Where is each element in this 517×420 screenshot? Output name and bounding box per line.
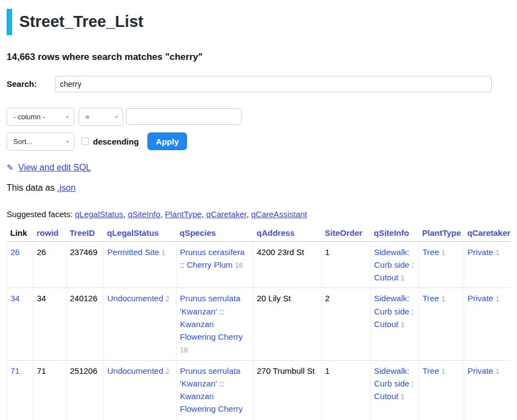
page-header: Street_Tree_List xyxy=(7,9,510,35)
row-link[interactable]: 26 xyxy=(10,247,20,257)
facet-link-PlantType[interactable]: PlantType xyxy=(165,209,202,219)
cell-qLegalStatus: Undocumented 2 xyxy=(104,360,177,420)
column-sort-link-PlantType[interactable]: PlantType xyxy=(422,228,461,237)
facet-value-link[interactable]: Prunus serrulata 'Kwanzan' :: Kwanzan Fl… xyxy=(180,294,243,341)
facet-value-link[interactable]: Tree xyxy=(422,294,439,303)
operator-select[interactable]: = ▾ xyxy=(79,108,123,126)
cell-qLegalStatus: Permitted Site 1 xyxy=(104,241,177,288)
column-header-qLegalStatus: qLegalStatus xyxy=(104,226,177,242)
facet-value-link[interactable]: Permitted Site xyxy=(107,247,159,257)
cell-qSpecies: Prunus serrulata 'Kwanzan' :: Kwanzan Fl… xyxy=(177,288,254,360)
facet-link-qLegalStatus[interactable]: qLegalStatus xyxy=(75,209,123,219)
cell-qSiteInfo: Sidewalk: Curb side : Cutout 1 xyxy=(371,288,419,360)
cell-link: 71 xyxy=(7,360,34,420)
sort-row: Sort... ▾ descending Apply xyxy=(7,132,510,151)
facet-count: 1 xyxy=(400,320,404,329)
cell-qAddress: 4200 23rd St xyxy=(254,241,322,288)
facet-value-link[interactable]: Sidewalk: Curb side : Cutout xyxy=(374,366,414,401)
column-sort-link-SiteOrder[interactable]: SiteOrder xyxy=(325,228,362,237)
cell-qSpecies: Prunus serrulata 'Kwanzan' :: Kwanzan Fl… xyxy=(177,360,254,420)
cell-SiteOrder: 2 xyxy=(322,288,371,360)
cell-treeid: 240126 xyxy=(67,288,104,360)
chevron-down-icon: ▾ xyxy=(66,114,69,120)
facet-value-link[interactable]: Sidewalk: Curb side : Cutout xyxy=(374,247,414,283)
facet-value-link[interactable]: Sidewalk: Curb side : Cutout xyxy=(374,294,414,329)
column-sort-link-qLegalStatus[interactable]: qLegalStatus xyxy=(107,228,159,237)
cell-qCaretaker: Private 1 xyxy=(464,241,511,288)
row-link[interactable]: 34 xyxy=(10,294,20,303)
cell-qAddress: 270 Trumbull St xyxy=(254,360,322,420)
json-link[interactable]: .json xyxy=(57,183,76,192)
search-input[interactable] xyxy=(55,76,492,92)
facet-count: 16 xyxy=(235,261,243,269)
cell-link: 26 xyxy=(7,241,34,288)
pencil-icon: ✎ xyxy=(7,163,14,172)
facet-count: 1 xyxy=(441,367,445,375)
cell-treeid: 251206 xyxy=(67,360,104,420)
row-link[interactable]: 71 xyxy=(10,366,20,375)
facet-links: qLegalStatus, qSiteInfo, PlantType, qCar… xyxy=(75,209,307,219)
facet-count: 1 xyxy=(496,248,499,257)
filter-value-input[interactable] xyxy=(126,108,241,125)
facet-count: 1 xyxy=(400,274,404,282)
facet-link-qSiteInfo[interactable]: qSiteInfo xyxy=(128,209,160,219)
apply-button[interactable]: Apply xyxy=(147,132,187,150)
data-as-row: This data as .json xyxy=(7,183,510,193)
facet-value-link[interactable]: Undocumented xyxy=(107,366,163,375)
search-form: Search: xyxy=(7,76,510,92)
column-sort-link-rowid[interactable]: rowid xyxy=(37,228,59,237)
facet-count: 18 xyxy=(180,418,188,420)
column-sort-link-qAddress[interactable]: qAddress xyxy=(257,228,295,237)
cell-qCaretaker: Private 1 xyxy=(464,360,511,420)
facet-value-link[interactable]: Prunus serrulata 'Kwanzan' :: Kwanzan Fl… xyxy=(180,366,243,414)
facet-value-link[interactable]: Tree xyxy=(422,247,439,257)
cell-PlantType: Tree 1 xyxy=(419,241,464,288)
cell-link: 34 xyxy=(7,288,34,360)
page-title: Street_Tree_List xyxy=(19,10,144,34)
facet-count: 1 xyxy=(496,367,499,375)
page: Street_Tree_List 14,663 rows where searc… xyxy=(0,9,517,420)
cell-SiteOrder: 1 xyxy=(322,360,371,420)
column-header-qCaretaker: qCaretaker xyxy=(464,226,511,242)
facet-value-link[interactable]: Tree xyxy=(422,366,439,375)
facet-count: 1 xyxy=(496,295,499,303)
sql-link-row: ✎ View and edit SQL xyxy=(7,163,510,173)
facet-link-qCaretaker[interactable]: qCaretaker xyxy=(206,209,246,219)
facet-link-qCareAssistant[interactable]: qCareAssistant xyxy=(251,209,307,219)
column-header-SiteOrder: SiteOrder xyxy=(322,226,371,242)
table-row: 2626237469Permitted Site 1Prunus cerasif… xyxy=(7,241,511,288)
row-count-summary: 14,663 rows where search matches "cherry… xyxy=(7,52,510,63)
view-edit-sql-link[interactable]: View and edit SQL xyxy=(18,163,91,172)
column-header-PlantType: PlantType xyxy=(419,226,464,242)
facet-value-link[interactable]: Private xyxy=(468,366,493,375)
column-sort-link-qSiteInfo[interactable]: qSiteInfo xyxy=(374,228,409,237)
column-select[interactable]: - column - ▾ xyxy=(7,108,74,126)
cell-qLegalStatus: Undocumented 2 xyxy=(104,288,177,360)
facet-count: 2 xyxy=(166,367,169,375)
column-header-qSiteInfo: qSiteInfo xyxy=(371,226,419,242)
column-header-rowid: rowid xyxy=(34,226,67,242)
cell-PlantType: Tree 1 xyxy=(419,360,464,420)
column-sort-link-treeid[interactable]: TreeID xyxy=(70,228,95,237)
column-sort-link-qCaretaker[interactable]: qCaretaker xyxy=(468,228,510,237)
column-sort-link-qSpecies[interactable]: qSpecies xyxy=(180,228,216,237)
facet-value-link[interactable]: Private xyxy=(468,247,493,257)
data-table: LinkrowidTreeIDqLegalStatusqSpeciesqAddr… xyxy=(7,226,510,420)
facet-value-link[interactable]: Private xyxy=(468,294,493,303)
descending-checkbox[interactable] xyxy=(81,137,89,145)
facet-count: 1 xyxy=(441,248,445,257)
facet-count: 1 xyxy=(441,295,445,303)
sort-select-value: Sort... xyxy=(13,137,32,146)
filter-row: - column - ▾ = ▾ xyxy=(7,108,510,126)
facet-count: 1 xyxy=(400,393,404,401)
facet-value-link[interactable]: Undocumented xyxy=(107,294,163,303)
table-row: 7171251206Undocumented 2Prunus serrulata… xyxy=(7,360,511,420)
cell-qSpecies: Prunus cerasifera :: Cherry Plum 16 xyxy=(177,241,254,288)
sort-select[interactable]: Sort... ▾ xyxy=(7,132,74,151)
column-header-qSpecies: qSpecies xyxy=(177,226,254,242)
cell-treeid: 237469 xyxy=(67,241,104,288)
table-body: 2626237469Permitted Site 1Prunus cerasif… xyxy=(7,241,511,420)
cell-rowid: 71 xyxy=(34,360,67,420)
column-header-link: Link xyxy=(7,226,34,242)
cell-rowid: 26 xyxy=(34,241,67,288)
